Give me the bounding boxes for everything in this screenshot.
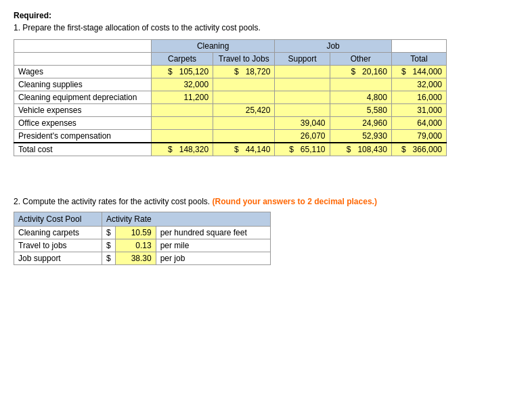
total-row: Total cost $ 148,320 $ 44,140 $ 65,110 $… xyxy=(14,143,447,156)
activity-unit-travel: per mile xyxy=(156,239,270,252)
wages-travel[interactable]: $ 18,720 xyxy=(213,66,275,78)
row-label-total: Total cost xyxy=(14,143,152,156)
office-total[interactable]: 64,000 xyxy=(391,117,446,130)
office-carpets[interactable] xyxy=(151,117,213,130)
col-empty-1 xyxy=(14,40,152,53)
row-label-office: Office expenses xyxy=(14,117,152,130)
col-support-header: Support xyxy=(275,53,330,66)
row-label-wages: Wages xyxy=(14,66,152,78)
cleaning-supplies-carpets[interactable]: 32,000 xyxy=(151,78,213,91)
activity-unit-cleaning: per hundred square feet xyxy=(156,227,270,239)
total-total[interactable]: $ 366,000 xyxy=(391,143,446,156)
instruction-2: 2. Compute the activity rates for the ac… xyxy=(14,197,514,206)
instruction-1: 1. Prepare the first-stage allocation of… xyxy=(14,23,514,32)
activity-pool-travel: Travel to jobs xyxy=(14,239,102,252)
activity-rate-table: Activity Cost Pool Activity Rate Cleanin… xyxy=(14,212,271,265)
wages-carpets[interactable]: $ 105,120 xyxy=(151,66,213,78)
office-support[interactable]: 39,040 xyxy=(275,117,330,130)
total-travel[interactable]: $ 44,140 xyxy=(213,143,275,156)
table-row: President's compensation 26,070 52,930 7… xyxy=(14,130,447,143)
cleaning-equip-carpets[interactable]: 11,200 xyxy=(151,91,213,104)
col-other-header: Other xyxy=(330,53,391,66)
row-label-vehicle: Vehicle expenses xyxy=(14,104,152,117)
cleaning-equip-travel[interactable] xyxy=(213,91,275,104)
header-row-2: Carpets Travel to Jobs Support Other Tot… xyxy=(14,53,447,66)
president-support[interactable]: 26,070 xyxy=(275,130,330,143)
row-label-cleaning-supplies: Cleaning supplies xyxy=(14,78,152,91)
table-row: Office expenses 39,040 24,960 64,000 xyxy=(14,117,447,130)
row-label-cleaning-equip: Cleaning equipment depreciation xyxy=(14,91,152,104)
activity-dollar-job: $ xyxy=(102,252,116,265)
vehicle-support[interactable] xyxy=(275,104,330,117)
cleaning-supplies-travel[interactable] xyxy=(213,78,275,91)
wages-total[interactable]: $ 144,000 xyxy=(391,66,446,78)
table-row: Cleaning supplies 32,000 32,000 xyxy=(14,78,447,91)
instruction-2-highlight: (Round your answers to 2 decimal places.… xyxy=(212,197,376,206)
vehicle-carpets[interactable] xyxy=(151,104,213,117)
office-travel[interactable] xyxy=(213,117,275,130)
activity-rate-header: Activity Rate xyxy=(102,212,271,227)
header-row-1: Cleaning Job xyxy=(14,40,447,53)
cleaning-equip-total[interactable]: 16,000 xyxy=(391,91,446,104)
wages-support[interactable] xyxy=(275,66,330,78)
activity-rate-travel[interactable]: 0.13 xyxy=(115,239,156,252)
activity-row-cleaning: Cleaning carpets $ 10.59 per hundred squ… xyxy=(14,227,271,239)
activity-rate-job[interactable]: 38.30 xyxy=(115,252,156,265)
cleaning-equip-support[interactable] xyxy=(275,91,330,104)
activity-row-travel: Travel to jobs $ 0.13 per mile xyxy=(14,239,271,252)
total-support[interactable]: $ 65,110 xyxy=(275,143,330,156)
table-row: Wages $ 105,120 $ 18,720 $ 20,160 $ 144,… xyxy=(14,66,447,78)
president-other[interactable]: 52,930 xyxy=(330,130,391,143)
president-total[interactable]: 79,000 xyxy=(391,130,446,143)
activity-row-job: Job support $ 38.30 per job xyxy=(14,252,271,265)
cleaning-supplies-other[interactable] xyxy=(330,78,391,91)
col-cleaning-header: Cleaning xyxy=(151,40,275,53)
activity-unit-job: per job xyxy=(156,252,270,265)
wages-other[interactable]: $ 20,160 xyxy=(330,66,391,78)
vehicle-other[interactable]: 5,580 xyxy=(330,104,391,117)
cleaning-supplies-total[interactable]: 32,000 xyxy=(391,78,446,91)
cleaning-equip-other[interactable]: 4,800 xyxy=(330,91,391,104)
president-carpets[interactable] xyxy=(151,130,213,143)
activity-pool-cleaning: Cleaning carpets xyxy=(14,227,102,239)
col-carpets-header: Carpets xyxy=(151,53,213,66)
activity-rate-cleaning[interactable]: 10.59 xyxy=(115,227,156,239)
instruction-2-text: 2. Compute the activity rates for the ac… xyxy=(14,197,210,206)
total-other[interactable]: $ 108,430 xyxy=(330,143,391,156)
allocation-table: Cleaning Job Carpets Travel to Jobs Supp… xyxy=(14,39,447,156)
activity-header-row: Activity Cost Pool Activity Rate xyxy=(14,212,271,227)
vehicle-travel[interactable]: 25,420 xyxy=(213,104,275,117)
table-row: Cleaning equipment depreciation 11,200 4… xyxy=(14,91,447,104)
col-job-header: Job xyxy=(275,40,391,53)
vehicle-total[interactable]: 31,000 xyxy=(391,104,446,117)
activity-dollar-travel: $ xyxy=(102,239,116,252)
col-travel-header: Travel to Jobs xyxy=(213,53,275,66)
total-carpets[interactable]: $ 148,320 xyxy=(151,143,213,156)
activity-dollar-cleaning: $ xyxy=(102,227,116,239)
activity-pool-job: Job support xyxy=(14,252,102,265)
row-label-president: President's compensation xyxy=(14,130,152,143)
required-label: Required: xyxy=(14,11,514,20)
activity-pool-header: Activity Cost Pool xyxy=(14,212,102,227)
president-travel[interactable] xyxy=(213,130,275,143)
cleaning-supplies-support[interactable] xyxy=(275,78,330,91)
office-other[interactable]: 24,960 xyxy=(330,117,391,130)
table-row: Vehicle expenses 25,420 5,580 31,000 xyxy=(14,104,447,117)
col-total-header-spacer xyxy=(391,40,446,53)
col-label-header xyxy=(14,53,152,66)
col-total-header: Total xyxy=(391,53,446,66)
